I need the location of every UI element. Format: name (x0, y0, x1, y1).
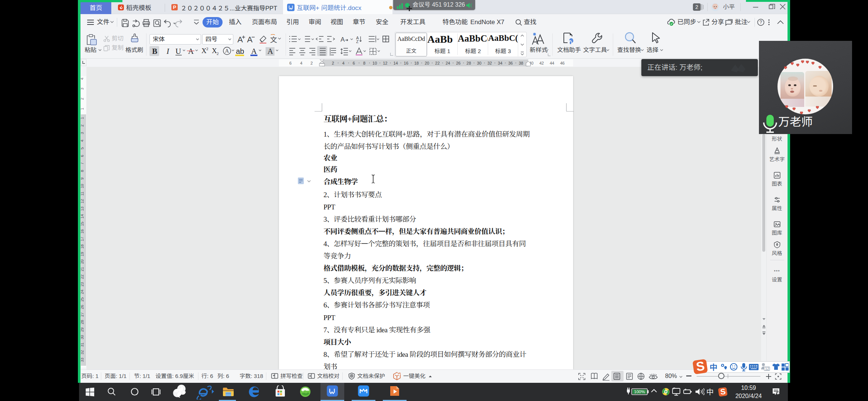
svg-text:2: 2 (81, 124, 84, 127)
svg-text:14: 14 (393, 61, 398, 65)
svg-text:28: 28 (467, 61, 471, 65)
svg-text:100%: 100% (634, 389, 645, 394)
svg-text:28: 28 (81, 320, 84, 324)
svg-text:12: 12 (765, 367, 770, 371)
svg-text:30: 30 (81, 335, 84, 339)
svg-text:U: U (175, 47, 181, 56)
svg-text:4: 4 (300, 61, 302, 65)
svg-text:9: 9 (81, 177, 84, 180)
svg-text:4: 4 (81, 78, 84, 80)
svg-text:3: 3 (81, 88, 84, 90)
svg-text:21: 21 (81, 267, 84, 271)
svg-text:B: B (152, 47, 157, 56)
svg-text:30: 30 (477, 61, 481, 65)
svg-text:16: 16 (81, 229, 84, 234)
svg-text:A: A (188, 47, 194, 56)
svg-text:A: A (251, 47, 257, 56)
svg-text:17: 17 (81, 237, 84, 241)
svg-text:6: 6 (289, 61, 292, 65)
svg-text:X: X (212, 47, 217, 55)
svg-text:18: 18 (81, 244, 84, 249)
svg-text:46: 46 (560, 61, 565, 65)
svg-text:3: 3 (81, 132, 84, 134)
svg-text:7: 7 (81, 162, 84, 164)
svg-text:14: 14 (81, 214, 84, 219)
svg-text:11: 11 (81, 192, 84, 196)
svg-text:X: X (201, 47, 207, 55)
svg-text:1: 1 (81, 117, 84, 119)
svg-text:2: 2 (217, 51, 219, 56)
svg-text:6: 6 (81, 155, 84, 157)
svg-text:2: 2 (206, 46, 208, 51)
svg-text:8: 8 (363, 61, 365, 65)
svg-text:5: 5 (81, 147, 84, 149)
svg-text:15: 15 (81, 222, 84, 226)
svg-text:33: 33 (81, 358, 84, 362)
svg-text:34: 34 (498, 61, 502, 65)
svg-text:4: 4 (342, 61, 345, 65)
svg-text:19: 19 (81, 252, 84, 256)
svg-text:25: 25 (81, 297, 84, 301)
svg-text:20: 20 (425, 61, 429, 65)
svg-text:32: 32 (487, 61, 492, 65)
svg-text:4: 4 (81, 140, 84, 142)
svg-text:2: 2 (332, 61, 334, 65)
svg-text:24: 24 (445, 61, 450, 65)
svg-text:10: 10 (372, 61, 377, 65)
svg-text:13: 13 (81, 206, 84, 211)
svg-text:16: 16 (404, 61, 408, 65)
svg-text:中: 中 (710, 362, 717, 372)
svg-text:A: A (225, 48, 229, 54)
svg-text:29: 29 (81, 327, 84, 332)
svg-text:?: ? (760, 20, 762, 25)
svg-text:32: 32 (81, 350, 84, 355)
svg-text:18: 18 (414, 61, 419, 65)
svg-text:22: 22 (81, 274, 84, 279)
svg-text:38: 38 (519, 61, 523, 65)
svg-text:26: 26 (81, 305, 84, 309)
svg-text:A: A (341, 36, 345, 43)
svg-text:12: 12 (81, 199, 84, 203)
svg-text:Z: Z (356, 39, 359, 44)
svg-text:8: 8 (81, 170, 84, 172)
svg-text:A: A (267, 47, 273, 56)
svg-text:2: 2 (310, 61, 313, 65)
svg-text:24: 24 (81, 290, 84, 294)
svg-text:10: 10 (81, 184, 84, 188)
svg-text:44: 44 (550, 61, 554, 65)
svg-text:12: 12 (383, 61, 387, 65)
svg-text:27: 27 (81, 312, 84, 317)
svg-text:A: A (237, 35, 243, 44)
svg-text:22: 22 (435, 61, 440, 65)
svg-text:26: 26 (456, 61, 460, 65)
svg-text:31: 31 (81, 343, 84, 347)
svg-text:2: 2 (81, 98, 84, 100)
svg-text:A: A (247, 35, 253, 44)
svg-text:6: 6 (353, 61, 355, 65)
svg-text:36: 36 (508, 61, 513, 65)
svg-text:文: 文 (270, 34, 277, 44)
svg-text:20: 20 (81, 260, 84, 264)
svg-text:42: 42 (539, 61, 544, 65)
svg-text:23: 23 (81, 282, 84, 287)
svg-text:I: I (166, 47, 170, 56)
svg-text:1: 1 (81, 108, 84, 110)
svg-text:ab: ab (236, 47, 244, 55)
